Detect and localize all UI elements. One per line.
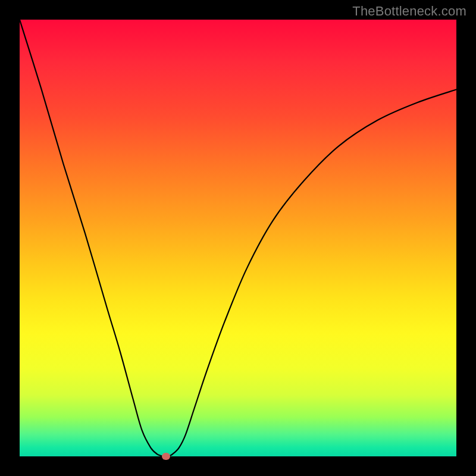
curve-svg	[20, 20, 456, 456]
plot-area	[20, 20, 456, 456]
optimum-marker	[162, 453, 170, 460]
watermark-text: TheBottleneck.com	[352, 4, 466, 19]
bottleneck-curve	[20, 20, 456, 456]
chart-frame: TheBottleneck.com	[0, 0, 476, 476]
